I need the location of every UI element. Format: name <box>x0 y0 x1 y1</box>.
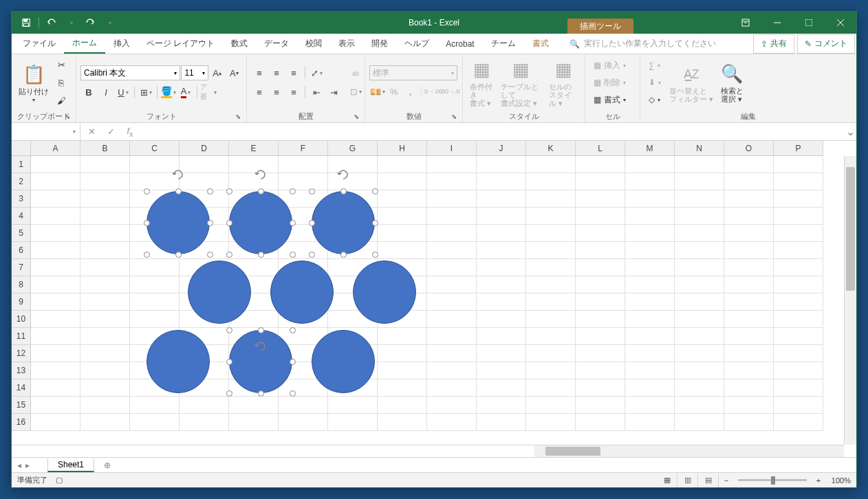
cell[interactable] <box>477 225 526 242</box>
cell[interactable] <box>378 328 427 345</box>
cell[interactable] <box>675 225 724 242</box>
confirm-formula-button[interactable]: ✓ <box>102 126 119 137</box>
cell[interactable] <box>378 345 427 362</box>
sheet-nav-last[interactable]: ▸ <box>25 461 30 470</box>
cell[interactable] <box>229 362 279 379</box>
bold-button[interactable]: B <box>80 84 97 100</box>
cell[interactable] <box>675 379 724 397</box>
cell[interactable] <box>625 379 675 397</box>
macro-record-icon[interactable]: ▢ <box>56 476 63 485</box>
cell[interactable] <box>576 276 625 293</box>
cell[interactable] <box>180 293 229 311</box>
cell[interactable] <box>130 293 180 311</box>
cell[interactable] <box>328 242 378 259</box>
row-header[interactable]: 14 <box>12 379 31 397</box>
row-header[interactable]: 16 <box>12 414 31 431</box>
cell[interactable] <box>180 379 229 397</box>
cell[interactable] <box>774 242 823 259</box>
cell[interactable] <box>80 345 130 362</box>
cell[interactable] <box>180 328 229 345</box>
cell[interactable] <box>31 345 80 362</box>
cell[interactable] <box>130 173 180 190</box>
cell[interactable] <box>427 173 477 190</box>
cell[interactable] <box>31 379 80 397</box>
column-header[interactable]: B <box>80 141 130 156</box>
cell[interactable] <box>130 345 180 362</box>
name-box[interactable]: ▾ <box>12 123 80 140</box>
cell[interactable] <box>576 414 625 431</box>
cell[interactable] <box>31 397 80 414</box>
cell[interactable] <box>427 156 477 173</box>
cell[interactable] <box>378 414 427 431</box>
cell[interactable] <box>576 293 625 311</box>
cell[interactable] <box>31 259 80 276</box>
cell[interactable] <box>427 259 477 276</box>
cut-button[interactable]: ✂ <box>53 56 69 73</box>
cell[interactable] <box>31 311 80 328</box>
column-header[interactable]: J <box>477 141 526 156</box>
cell[interactable] <box>774 311 823 328</box>
cell[interactable] <box>724 328 774 345</box>
cell[interactable] <box>31 276 80 293</box>
cell[interactable] <box>31 173 80 190</box>
clipboard-launcher[interactable]: ⬊ <box>65 113 70 120</box>
cell[interactable] <box>625 190 675 208</box>
copy-button[interactable]: ⎘ <box>53 74 69 91</box>
cell[interactable] <box>625 414 675 431</box>
cell[interactable] <box>328 397 378 414</box>
font-color-button[interactable]: A <box>177 84 194 100</box>
align-right-button[interactable]: ≡ <box>285 84 302 100</box>
cell[interactable] <box>675 362 724 379</box>
cell[interactable] <box>130 208 180 225</box>
cell[interactable] <box>328 328 378 345</box>
cell[interactable] <box>378 259 427 276</box>
font-size-combo[interactable]: 11▾ <box>181 65 208 80</box>
cell[interactable] <box>427 276 477 293</box>
cell[interactable] <box>675 311 724 328</box>
horizontal-scrollbar[interactable] <box>534 445 844 457</box>
cell[interactable] <box>477 293 526 311</box>
cell[interactable] <box>31 156 80 173</box>
cell[interactable] <box>774 345 823 362</box>
cell[interactable] <box>378 362 427 379</box>
zoom-level[interactable]: 100% <box>832 476 851 485</box>
column-header[interactable]: D <box>180 141 229 156</box>
column-header[interactable]: M <box>625 141 675 156</box>
maximize-button[interactable] <box>793 12 825 34</box>
column-header[interactable]: L <box>576 141 625 156</box>
border-button[interactable]: ⊞ <box>138 84 154 100</box>
cell[interactable] <box>279 328 328 345</box>
cell[interactable] <box>130 225 180 242</box>
cell[interactable] <box>229 328 279 345</box>
cell[interactable] <box>31 208 80 225</box>
column-header[interactable]: P <box>774 141 823 156</box>
find-select-button[interactable]: 🔍検索と 選択 ▾ <box>717 56 746 109</box>
cell[interactable] <box>328 156 378 173</box>
cell[interactable] <box>675 190 724 208</box>
cell[interactable] <box>130 276 180 293</box>
cell[interactable] <box>229 225 279 242</box>
cell[interactable] <box>31 225 80 242</box>
cell[interactable] <box>526 242 576 259</box>
cell[interactable] <box>477 259 526 276</box>
row-header[interactable]: 4 <box>12 208 31 225</box>
cell[interactable] <box>724 397 774 414</box>
cell[interactable] <box>427 345 477 362</box>
row-header[interactable]: 13 <box>12 362 31 379</box>
tab-file[interactable]: ファイル <box>14 34 64 54</box>
cell[interactable] <box>80 225 130 242</box>
cell[interactable] <box>279 414 328 431</box>
cell[interactable] <box>180 397 229 414</box>
cell[interactable] <box>180 414 229 431</box>
cell[interactable] <box>774 362 823 379</box>
cell[interactable] <box>378 173 427 190</box>
cell[interactable] <box>80 379 130 397</box>
alignment-launcher[interactable]: ⬊ <box>354 113 359 120</box>
cell[interactable] <box>130 362 180 379</box>
cell[interactable] <box>774 293 823 311</box>
column-header[interactable]: N <box>675 141 724 156</box>
cell[interactable] <box>427 208 477 225</box>
align-bottom-button[interactable]: ≡ <box>285 65 302 81</box>
cell[interactable] <box>378 276 427 293</box>
cell[interactable] <box>427 311 477 328</box>
